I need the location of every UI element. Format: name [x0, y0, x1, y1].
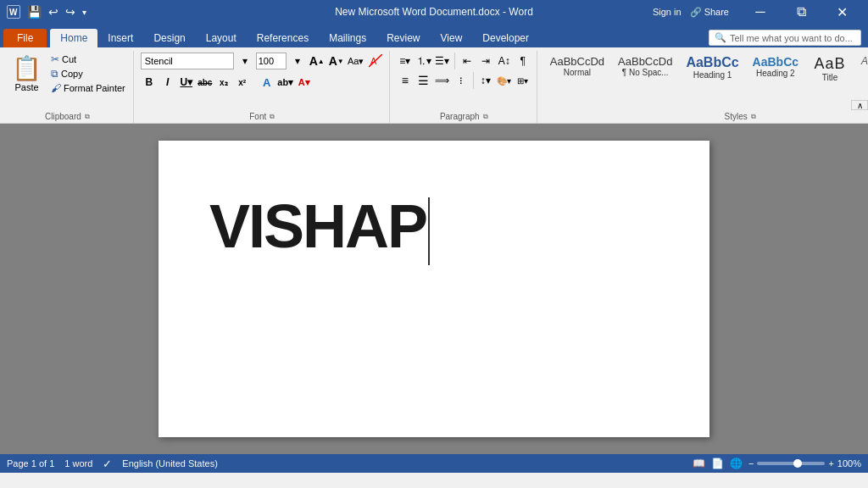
font-name-input[interactable] [141, 53, 234, 69]
font-row-1: ▾ ▾ A▲ A▼ Aa▾ A [141, 53, 384, 69]
styles-content: AaBbCcDd Normal AaBbCcDd ¶ No Spac... Aa… [544, 51, 868, 110]
search-field[interactable]: 🔍 Tell me what you want to do... [709, 30, 861, 46]
tab-references[interactable]: References [247, 29, 319, 47]
highlight-btn[interactable]: ab▾ [277, 74, 294, 91]
status-right: 📖 📄 🌐 − + 100% [693, 457, 861, 470]
share-btn[interactable]: 🔗 Share [690, 7, 729, 18]
word-icon: W [7, 5, 20, 19]
align-left-btn[interactable]: ≡ [397, 72, 414, 89]
cut-label: Cut [62, 54, 76, 64]
undo-btn[interactable]: ↩ [48, 5, 58, 19]
tab-insert[interactable]: Insert [97, 29, 143, 47]
paragraph-expand-icon[interactable]: ⧉ [483, 113, 488, 121]
clear-format-btn[interactable]: A [367, 53, 384, 69]
scissors-icon: ✂ [51, 53, 59, 65]
font-expand-icon[interactable]: ⧉ [270, 113, 275, 121]
tab-mailings[interactable]: Mailings [319, 29, 376, 47]
collapse-ribbon-btn[interactable]: ∧ [851, 100, 868, 110]
bold-btn[interactable]: B [141, 74, 158, 91]
word-count: 1 word [64, 458, 92, 469]
font-row-2: B I U▾ abc x₂ x² A ab▾ A▾ [141, 74, 313, 91]
tab-file[interactable]: File [3, 29, 47, 47]
minimize-btn[interactable]: ─ [741, 0, 780, 24]
read-mode-icon[interactable]: 📖 [693, 457, 706, 470]
font-name-dropdown[interactable]: ▾ [236, 53, 253, 69]
status-left: Page 1 of 1 1 word ✓ English (United Sta… [7, 458, 218, 470]
align-right-btn[interactable]: ⟹ [434, 72, 451, 89]
style-no-spacing-label: ¶ No Spac... [622, 68, 669, 77]
style-subtitle[interactable]: AaBbCcDd Subtitle [855, 53, 868, 85]
document-text: VISHAP [209, 191, 430, 265]
style-normal-label: Normal [564, 68, 591, 77]
font-content: ▾ ▾ A▲ A▼ Aa▾ A B I U▾ abc x₂ x² A ab▾ [141, 51, 384, 110]
print-layout-icon[interactable]: 📄 [711, 457, 725, 470]
shading-btn[interactable]: 🎨▾ [496, 72, 513, 89]
sign-in-btn[interactable]: Sign in [653, 7, 682, 17]
zoom-out-btn[interactable]: − [748, 458, 754, 469]
save-btn[interactable]: 💾 [27, 5, 42, 19]
restore-btn[interactable]: ⧉ [782, 0, 821, 24]
zoom-slider-thumb [793, 459, 802, 468]
format-painter-label: Format Painter [64, 83, 125, 93]
style-no-spacing[interactable]: AaBbCcDd ¶ No Spac... [612, 53, 678, 85]
clipboard-expand-icon[interactable]: ⧉ [85, 113, 90, 121]
style-heading2[interactable]: AaBbCc Heading 2 [747, 53, 804, 85]
zoom-control: − + 100% [748, 458, 861, 469]
web-layout-icon[interactable]: 🌐 [730, 457, 743, 470]
zoom-in-btn[interactable]: + [828, 458, 833, 469]
copy-icon: ⧉ [51, 68, 58, 80]
separator2 [454, 53, 455, 69]
language[interactable]: English (United States) [122, 458, 218, 469]
borders-btn[interactable]: ⊞▾ [515, 72, 531, 89]
style-normal[interactable]: AaBbCcDd Normal [544, 53, 610, 85]
decrease-font-btn[interactable]: A▼ [328, 53, 345, 69]
numbering-btn[interactable]: ⒈▾ [415, 53, 432, 69]
tab-design[interactable]: Design [143, 29, 195, 47]
customize-btn[interactable]: ▾ [82, 8, 86, 17]
change-case-btn[interactable]: Aa▾ [348, 53, 364, 69]
text-effect-btn[interactable]: A [259, 74, 275, 91]
sort-btn[interactable]: A↕ [496, 53, 513, 69]
style-heading1[interactable]: AaBbCc Heading 1 [680, 53, 744, 85]
underline-btn[interactable]: U▾ [178, 74, 195, 91]
multilevel-btn[interactable]: ☰▾ [434, 53, 451, 69]
subscript-btn[interactable]: x₂ [215, 74, 232, 91]
font-size-input[interactable] [256, 53, 287, 69]
strikethrough-btn[interactable]: abc [197, 74, 214, 91]
font-color-btn[interactable]: A▾ [296, 74, 313, 91]
proofread-icon[interactable]: ✓ [103, 458, 112, 470]
tab-layout[interactable]: Layout [196, 29, 247, 47]
line-spacing-btn[interactable]: ↕▾ [477, 72, 494, 89]
show-marks-btn[interactable]: ¶ [515, 53, 531, 69]
style-subtitle-preview: AaBbCcDd [861, 55, 868, 67]
superscript-btn[interactable]: x² [234, 74, 251, 91]
styles-expand-icon[interactable]: ⧉ [751, 113, 756, 121]
zoom-slider[interactable] [757, 462, 825, 465]
italic-btn[interactable]: I [159, 74, 176, 91]
styles-list: AaBbCcDd Normal AaBbCcDd ¶ No Spac... Aa… [544, 53, 868, 85]
ribbon-right: 🔍 Tell me what you want to do... [709, 30, 868, 47]
tab-developer[interactable]: Developer [472, 29, 539, 47]
decrease-indent-btn[interactable]: ⇤ [459, 53, 476, 69]
paste-btn[interactable]: 📋 Paste [7, 53, 47, 94]
increase-font-btn[interactable]: A▲ [309, 53, 326, 69]
text-cursor [428, 197, 430, 265]
close-btn[interactable]: ✕ [822, 0, 861, 24]
redo-btn[interactable]: ↪ [65, 5, 75, 19]
tab-home[interactable]: Home [50, 29, 97, 47]
justify-btn[interactable]: ⫶ [453, 72, 470, 89]
font-size-dropdown[interactable]: ▾ [289, 53, 306, 69]
cut-btn[interactable]: ✂ Cut [48, 53, 128, 66]
style-no-spacing-preview: AaBbCcDd [618, 55, 672, 68]
paragraph-group: ≡▾ ⒈▾ ☰▾ ⇤ ⇥ A↕ ¶ ≡ ☰ ⟹ ⫶ ↕▾ 🎨▾ ⊞▾ Parag [392, 51, 537, 123]
tab-review[interactable]: Review [376, 29, 430, 47]
format-painter-btn[interactable]: 🖌 Format Painter [48, 81, 128, 95]
align-center-btn[interactable]: ☰ [415, 72, 432, 89]
copy-btn[interactable]: ⧉ Copy [48, 67, 128, 80]
increase-indent-btn[interactable]: ⇥ [477, 53, 494, 69]
tab-view[interactable]: View [431, 29, 473, 47]
document-page[interactable]: VISHAP [159, 141, 709, 437]
separator3 [473, 72, 474, 89]
bullets-btn[interactable]: ≡▾ [397, 53, 414, 69]
style-title[interactable]: AaB Title [806, 53, 854, 85]
